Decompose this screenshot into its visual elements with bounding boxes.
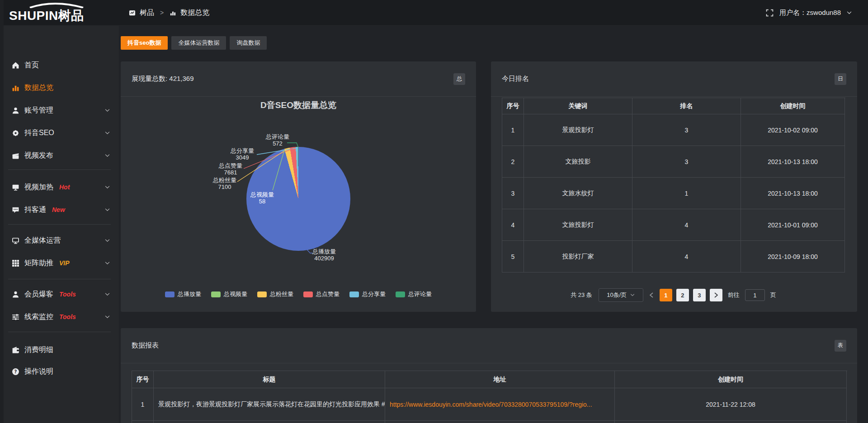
sidebar-item-douketong[interactable]: 抖客通 New <box>0 202 119 218</box>
sidebar-item-account-management[interactable]: 账号管理 <box>0 102 119 118</box>
pie-label-fans: 总粉丝量7100 <box>213 177 236 190</box>
chevron-down-icon <box>105 262 110 265</box>
username[interactable]: 用户名：zswodun88 <box>779 9 841 17</box>
tab-inquiry-data[interactable]: 询盘数据 <box>230 36 267 50</box>
tab-douyin-seo-data[interactable]: 抖音seo数据 <box>121 36 168 50</box>
question-circle-icon: ? <box>11 367 19 376</box>
vip-tag: VIP <box>59 259 70 267</box>
legend-swatch <box>165 291 175 297</box>
report-table: 序号 标题 地址 创建时间 1 景观投影灯，夜游景观投影灯厂家展示展示落花灯在花… <box>132 371 847 423</box>
logo[interactable]: SHUPIN树品 <box>9 3 113 23</box>
sidebar-item-label: 矩阵助推 <box>24 258 53 268</box>
sidebar-item-lead-monitor[interactable]: 线索监控 Tools <box>0 309 119 325</box>
legend-item-videos[interactable]: 总视频量 <box>211 290 247 298</box>
grid-icon <box>11 259 19 267</box>
clapperboard-icon <box>11 151 19 160</box>
page-size-select[interactable]: 10条/页 <box>599 288 643 302</box>
sidebar-divider <box>8 279 111 279</box>
table-row: 1 景观投影灯 3 2021-10-02 09:00 <box>502 114 845 146</box>
legend-item-comments[interactable]: 总评论量 <box>396 290 432 298</box>
chevron-down-icon <box>105 186 110 189</box>
sidebar-item-label: 视频加热 <box>24 183 53 192</box>
chevron-down-icon <box>105 132 110 135</box>
legend-item-likes[interactable]: 总点赞量 <box>303 290 340 298</box>
report-row-url[interactable]: https://www.iesdouyin.com/share/video/70… <box>385 388 615 421</box>
chart-panel: 展现量总数: 421,369 总 D音SEO数据量总览 总评论量572 总分享量… <box>121 61 476 312</box>
sidebar-item-label: 账号管理 <box>24 106 53 115</box>
pie-label-likes: 总点赞量7681 <box>219 162 242 176</box>
sidebar-item-label: 数据总览 <box>24 83 53 93</box>
ranking-title: 今日排名 <box>502 75 529 83</box>
total-badge[interactable]: 总 <box>453 73 465 85</box>
display-icon <box>11 236 19 244</box>
breadcrumb: 树品 > 数据总览 <box>129 0 209 25</box>
pagination-total: 共 23 条 <box>571 291 592 299</box>
legend-swatch <box>396 291 405 297</box>
legend-swatch <box>257 291 267 297</box>
legend-item-fans[interactable]: 总粉丝量 <box>257 290 293 298</box>
chevron-down-icon <box>105 239 110 242</box>
chevron-down-icon <box>105 154 110 157</box>
table-row: 4 文旅投影灯 4 2021-10-01 09:00 <box>502 209 845 241</box>
table-row: 5 投影灯厂家 4 2021-10-09 18:00 <box>502 241 845 273</box>
pagination: 共 23 条 10条/页 1 2 3 前往 页 <box>491 288 857 302</box>
sidebar-item-data-overview[interactable]: 数据总览 <box>0 80 119 96</box>
page-unit-label: 页 <box>770 291 776 299</box>
app: SHUPIN树品 树品 > 数据总览 用户名：zswodun88 首页 数据总览… <box>0 0 868 423</box>
page-2-button[interactable]: 2 <box>676 289 689 301</box>
chevron-left-icon <box>650 292 653 298</box>
sliders-icon <box>11 313 19 321</box>
table-row <box>132 421 847 423</box>
sidebar-item-member-baoke[interactable]: 会员爆客 Tools <box>0 286 119 302</box>
gear-icon <box>11 129 19 137</box>
topbar-right: 用户名：zswodun88 <box>766 0 852 25</box>
legend-swatch <box>349 291 359 297</box>
ranking-panel-header: 今日排名 日 <box>491 61 857 97</box>
ranking-table-header: 序号 关键词 排名 创建时间 <box>502 98 845 114</box>
pie-label-videos: 总视频量58 <box>250 191 274 205</box>
chevron-down-icon <box>847 11 852 14</box>
bar-chart-icon <box>170 9 176 16</box>
goto-label: 前往 <box>728 291 740 299</box>
person-icon <box>11 290 19 298</box>
sidebar-divider <box>8 332 111 332</box>
home-icon <box>11 61 19 69</box>
goto-page-input[interactable] <box>745 289 765 301</box>
data-tabs: 抖音seo数据 全媒体运营数据 询盘数据 <box>121 36 267 50</box>
chart-title: D音SEO数据量总览 <box>121 99 476 111</box>
table-row: 2 文旅投影 3 2021-10-13 18:00 <box>502 146 845 178</box>
sidebar-item-home[interactable]: 首页 <box>0 57 119 73</box>
prev-page-button[interactable] <box>647 292 656 298</box>
report-row-title: 景观投影灯，夜游景观投影灯厂家展示展示落花灯在花园里的灯光投影应用效果 # <box>154 388 385 421</box>
sidebar-item-label: 会员爆客 <box>24 290 53 299</box>
table-badge[interactable]: 表 <box>835 340 846 352</box>
page-3-button[interactable]: 3 <box>693 289 706 301</box>
chevron-down-icon <box>105 208 110 212</box>
tools-tag: Tools <box>59 291 76 298</box>
legend-item-shares[interactable]: 总分享量 <box>349 290 386 298</box>
sidebar-item-omnimedia[interactable]: 全媒体运营 <box>0 232 119 249</box>
tab-omnimedia-data[interactable]: 全媒体运营数据 <box>171 36 226 50</box>
sidebar-item-label: 抖客通 <box>24 205 46 215</box>
legend-item-plays[interactable]: 总播放量 <box>165 290 201 298</box>
sidebar-item-consumption-detail[interactable]: 消费明细 <box>0 342 119 358</box>
report-table-header: 序号 标题 地址 创建时间 <box>132 371 847 388</box>
sidebar-item-label: 操作说明 <box>24 367 53 376</box>
sidebar-item-matrix-boost[interactable]: 矩阵助推 VIP <box>0 255 119 271</box>
sidebar-item-video-heat[interactable]: 视频加热 Hot <box>0 179 119 195</box>
day-badge[interactable]: 日 <box>835 73 846 85</box>
chart-legend: 总播放量 总视频量 总粉丝量 总点赞量 总分享量 总评论量 <box>121 290 476 298</box>
wallet-icon <box>11 346 19 354</box>
page-1-button[interactable]: 1 <box>660 289 672 301</box>
report-panel: 数据报表 表 序号 标题 地址 创建时间 1 景观投影灯，夜游景观投影灯厂家展示… <box>121 328 857 423</box>
chevron-right-icon <box>714 292 718 298</box>
dashboard-icon <box>129 9 136 16</box>
fullscreen-icon[interactable] <box>766 9 774 17</box>
bar-chart-icon <box>11 84 19 92</box>
sidebar-item-douyin-seo[interactable]: 抖音SEO <box>0 125 119 141</box>
chevron-down-icon <box>105 293 110 296</box>
next-page-button[interactable] <box>710 289 722 301</box>
sidebar-item-instructions[interactable]: ? 操作说明 <box>0 363 119 380</box>
breadcrumb-root[interactable]: 树品 <box>140 8 154 18</box>
sidebar-item-video-publish[interactable]: 视频发布 <box>0 147 119 164</box>
